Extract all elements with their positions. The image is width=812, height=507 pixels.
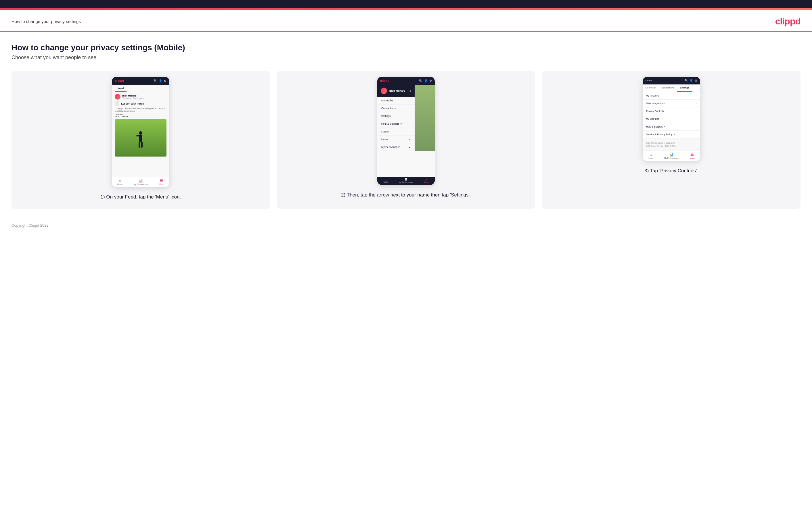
data-integrations-chevron-icon: › (696, 102, 697, 105)
footer-close[interactable]: ✕ Menu (424, 178, 429, 183)
settings-my-golf-bag[interactable]: My Golf Bag › (643, 115, 700, 123)
settings-service-privacy[interactable]: Service & Privacy Policy ↗ (643, 131, 700, 138)
close-icon: ✕ (426, 178, 427, 181)
footer-copyright: Copyright Clippd 2022 (0, 217, 812, 233)
settings-tabs: My Profile Connections Settings (643, 84, 700, 92)
performance-label: My Performance (134, 183, 148, 185)
close-label: Menu (424, 181, 429, 183)
settings-help-support[interactable]: Help & Support ↗ (643, 123, 700, 131)
menu-label: Menu (159, 183, 164, 185)
phone-mockup-3: ‹ Back 🔍 👤 ⚙ My Profile Connections Sett… (643, 77, 700, 161)
menu-chevron-icon[interactable]: ∧ (409, 89, 411, 93)
menu-icon-3: ☰ (691, 153, 694, 157)
back-button[interactable]: ‹ Back (646, 79, 652, 82)
service-privacy-label: Service & Privacy Policy ↗ (646, 133, 675, 136)
home-footer-icon-2: ⌂ (385, 178, 386, 180)
feed-image (115, 119, 166, 157)
footer-menu-3[interactable]: ☰ Menu (690, 153, 695, 159)
menu-item-settings[interactable]: Settings (377, 112, 415, 120)
home-icon-3: ⌂ (650, 153, 652, 157)
menu-user-row: Blair McHarg ∧ (377, 85, 415, 97)
svg-rect-3 (139, 142, 140, 148)
footer-home-3: ⌂ Home (648, 153, 653, 159)
main-content: How to change your privacy settings (Mob… (0, 32, 812, 217)
menu-icon: ☰ (160, 179, 163, 183)
menu-nav-home[interactable]: Home ∨ (377, 135, 415, 143)
step-1-caption: 1) On your Feed, tap the 'Menu' icon. (101, 193, 181, 201)
phone-footer-2: ⌂ Home 📊 My Performance ✕ Menu (377, 177, 435, 185)
feed-avatar (115, 94, 120, 100)
step-3-caption: 3) Tap 'Privacy Controls'. (644, 167, 698, 175)
phone-mockup-2: clippd 🔍 👤 ⚙ Blair McHarg (377, 77, 435, 185)
help-support-label: Help & Support ↗ (646, 125, 666, 128)
phone-body-1: Feed Blair McHarg Yesterday · Sunningdal… (112, 85, 169, 177)
search-icon: 🔍 (154, 79, 157, 82)
menu-item-profile[interactable]: My Profile (377, 97, 415, 105)
steps-container: clippd 🔍 👤 ⚙ Feed Blair McHarg (11, 71, 801, 209)
settings-privacy-controls[interactable]: Privacy Controls › (643, 107, 700, 115)
data-integrations-label: Data Integrations (646, 102, 665, 105)
lesson-duration: Duration 01 hr : 30 min (115, 113, 166, 117)
privacy-controls-chevron-icon: › (696, 110, 697, 113)
footer-performance-3: 📊 My Performance (664, 153, 679, 159)
dimmed-background (415, 85, 435, 151)
page-heading: How to change your privacy settings (Mob… (11, 43, 801, 52)
menu-nav-performance[interactable]: My Performance ∨ (377, 143, 415, 151)
phone-icons-1: 🔍 👤 ⚙ (154, 79, 166, 82)
top-bar (0, 0, 812, 8)
feed-tab: Feed (115, 85, 126, 92)
search-icon-3: 🔍 (684, 79, 688, 82)
tab-my-profile[interactable]: My Profile (643, 84, 659, 92)
settings-icon-2: ⚙ (429, 79, 432, 82)
settings-data-integrations[interactable]: Data Integrations › (643, 100, 700, 107)
home-chevron-icon: ∨ (409, 138, 411, 141)
settings-my-account[interactable]: My Account › (643, 92, 700, 100)
footer-home-2: ⌂ Home (383, 178, 388, 183)
phone-footer-1: ⌂ Home 📊 My Performance ☰ Menu (112, 177, 169, 187)
performance-icon-3: 📊 (669, 153, 674, 157)
settings-icon: ⚙ (164, 79, 166, 82)
menu-item-logout[interactable]: Logout (377, 128, 415, 135)
menu-user-info: Blair McHarg (381, 88, 405, 94)
menu-item-help[interactable]: Help & Support ↗ (377, 120, 415, 128)
home-nav-label: Home (381, 138, 388, 141)
my-account-label: My Account (646, 94, 659, 97)
menu-item-connections[interactable]: Connections (377, 105, 415, 112)
footer-home: ⌂ Home (117, 179, 123, 185)
footer-performance-2: 📊 My Performance (399, 178, 413, 183)
settings-back: ‹ Back 🔍 👤 ⚙ (643, 77, 700, 84)
phone-body-2: Blair McHarg ∧ My Profile Connections Se… (377, 85, 435, 177)
performance-nav-label: My Performance (381, 146, 400, 149)
home-label-3: Home (648, 157, 653, 159)
settings-list: My Account › Data Integrations › Privacy… (643, 92, 700, 151)
golfer-silhouette (134, 131, 148, 154)
profile-icon-2: 👤 (424, 79, 427, 82)
feed-date: Yesterday · Sunningdale (122, 97, 144, 99)
breadcrumb: How to change your privacy settings (11, 19, 81, 24)
version-server: GQL Server Version: 2022.7.30-1 (646, 145, 697, 148)
feed-user-info: Blair McHarg Yesterday · Sunningdale (122, 95, 144, 99)
my-golf-bag-label: My Golf Bag (646, 117, 660, 120)
header: How to change your privacy settings clip… (0, 10, 812, 32)
tab-connections[interactable]: Connections (658, 84, 677, 92)
svg-rect-4 (141, 142, 143, 148)
menu-container: Blair McHarg ∧ My Profile Connections Se… (377, 85, 435, 151)
performance-footer-icon-2: 📊 (405, 178, 407, 181)
lesson-title: Lesson with Fordy (121, 102, 144, 105)
home-footer-label-2: Home (383, 181, 388, 183)
step-3-card: ‹ Back 🔍 👤 ⚙ My Profile Connections Sett… (542, 71, 801, 209)
feed-user: Blair McHarg Yesterday · Sunningdale (115, 94, 166, 100)
phone-mockup-1: clippd 🔍 👤 ⚙ Feed Blair McHarg (112, 77, 169, 187)
search-icon-2: 🔍 (419, 79, 422, 82)
settings-icon-3: ⚙ (695, 79, 697, 82)
phone-icons-2: 🔍 👤 ⚙ (419, 79, 432, 82)
performance-footer-label-2: My Performance (399, 181, 413, 183)
svg-point-0 (139, 131, 142, 135)
performance-icon: 📊 (139, 179, 143, 183)
tab-settings[interactable]: Settings (677, 84, 692, 92)
footer-menu[interactable]: ☰ Menu (159, 179, 164, 185)
menu-avatar (381, 88, 387, 94)
step-2-caption: 2) Then, tap the arrow next to your name… (341, 191, 471, 199)
feed-lesson: Lesson with Fordy (115, 101, 166, 106)
page-subheading: Choose what you want people to see (11, 55, 801, 61)
